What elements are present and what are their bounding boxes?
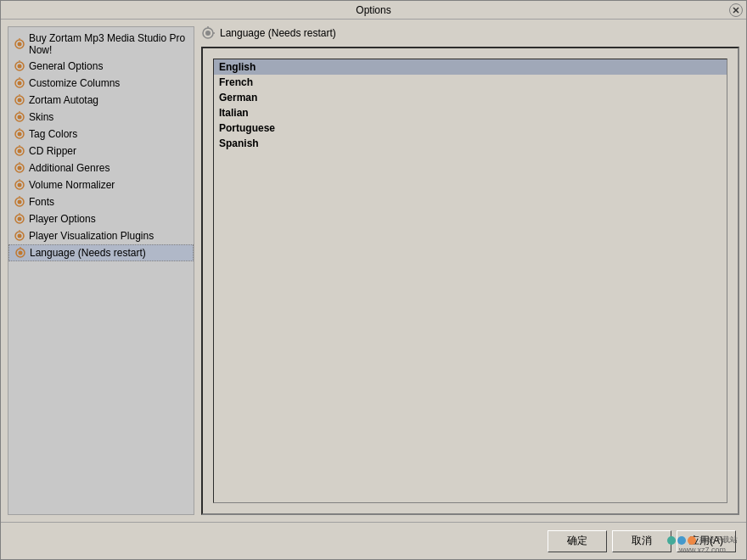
- sidebar-icon-autotag: [14, 94, 25, 106]
- sidebar: Buy Zortam Mp3 Media Studio Pro Now! Gen…: [8, 26, 194, 515]
- language-item-french[interactable]: French: [214, 75, 727, 90]
- svg-point-3: [18, 42, 22, 47]
- sidebar-label-columns: Customize Columns: [29, 77, 120, 89]
- svg-point-39: [19, 251, 23, 255]
- sidebar-item-buy[interactable]: Buy Zortam Mp3 Media Studio Pro Now!: [8, 31, 194, 58]
- sidebar-icon-tagcolors: [14, 128, 25, 140]
- watermark-circle-green: [667, 536, 676, 545]
- sidebar-label-plugins: Player Visualization Plugins: [29, 230, 154, 242]
- language-item-portuguese[interactable]: Portuguese: [214, 120, 727, 136]
- svg-point-18: [18, 132, 22, 137]
- svg-point-30: [18, 200, 22, 204]
- svg-point-33: [18, 217, 22, 221]
- sidebar-icon-volume: [14, 179, 25, 191]
- watermark-text-line1: 极光下载站: [699, 535, 738, 546]
- title-bar: Options: [1, 1, 746, 20]
- sidebar-item-fonts[interactable]: Fonts: [8, 193, 194, 210]
- sidebar-icon-plugins: [14, 230, 25, 242]
- sidebar-item-columns[interactable]: Customize Columns: [8, 75, 194, 92]
- watermark-logo: 极光下载站: [667, 535, 738, 546]
- language-box: EnglishFrenchGermanItalianPortugueseSpan…: [201, 47, 739, 515]
- svg-point-27: [18, 183, 22, 188]
- footer: 确定 取消 应用(A) 极光下载站 www.xz7.com: [1, 522, 746, 559]
- svg-point-15: [18, 115, 22, 120]
- sidebar-label-language: Language (Needs restart): [30, 247, 146, 259]
- section-header-icon: [201, 26, 215, 40]
- sidebar-icon-genres: [14, 162, 25, 174]
- sidebar-label-tagcolors: Tag Colors: [29, 128, 77, 140]
- sidebar-item-tagcolors[interactable]: Tag Colors: [8, 126, 194, 143]
- watermark: 极光下载站 www.xz7.com: [667, 535, 738, 554]
- sidebar-icon-fonts: [14, 196, 25, 208]
- sidebar-label-buy: Buy Zortam Mp3 Media Studio Pro Now!: [29, 32, 188, 56]
- svg-point-36: [18, 234, 22, 238]
- sidebar-item-player[interactable]: Player Options: [8, 210, 194, 227]
- watermark-circle-blue: [677, 536, 686, 545]
- svg-point-21: [18, 149, 22, 154]
- options-window: Options Buy Zortam Mp3 Media Studio Pro …: [0, 0, 747, 560]
- sidebar-icon-player: [14, 213, 25, 225]
- svg-point-24: [18, 166, 22, 171]
- language-item-german[interactable]: German: [214, 90, 727, 105]
- sidebar-label-autotag: Zortam Autotag: [29, 94, 98, 106]
- language-list[interactable]: EnglishFrenchGermanItalianPortugueseSpan…: [213, 59, 727, 503]
- sidebar-label-skins: Skins: [29, 111, 53, 123]
- language-item-english[interactable]: English: [214, 59, 727, 75]
- sidebar-label-player: Player Options: [29, 213, 96, 225]
- sidebar-icon-buy: [14, 38, 25, 50]
- sidebar-item-volume[interactable]: Volume Normalizer: [8, 176, 194, 193]
- sidebar-icon-general: [14, 60, 25, 72]
- watermark-circle-orange: [688, 536, 696, 545]
- sidebar-item-plugins[interactable]: Player Visualization Plugins: [8, 227, 194, 244]
- sidebar-label-general: General Options: [29, 60, 103, 72]
- sidebar-label-fonts: Fonts: [29, 196, 54, 208]
- sidebar-icon-language: [14, 247, 26, 259]
- sidebar-item-language[interactable]: Language (Needs restart): [8, 244, 194, 261]
- sidebar-item-genres[interactable]: Additional Genres: [8, 160, 194, 176]
- sidebar-label-cdripper: CD Ripper: [29, 145, 76, 157]
- ok-button[interactable]: 确定: [548, 530, 607, 552]
- sidebar-label-volume: Volume Normalizer: [29, 179, 115, 191]
- section-header-text: Language (Needs restart): [220, 27, 336, 39]
- sidebar-item-skins[interactable]: Skins: [8, 109, 194, 126]
- language-item-spanish[interactable]: Spanish: [214, 136, 727, 151]
- svg-point-42: [205, 31, 211, 36]
- main-panel: Language (Needs restart) EnglishFrenchGe…: [201, 26, 739, 515]
- watermark-text-line2: www.xz7.com: [679, 546, 726, 554]
- window-title: Options: [356, 4, 390, 16]
- section-header: Language (Needs restart): [201, 26, 739, 40]
- svg-point-9: [18, 81, 22, 86]
- sidebar-item-autotag[interactable]: Zortam Autotag: [8, 92, 194, 109]
- content-area: Buy Zortam Mp3 Media Studio Pro Now! Gen…: [1, 20, 746, 522]
- svg-point-12: [18, 98, 22, 103]
- cancel-button[interactable]: 取消: [612, 530, 671, 552]
- svg-point-6: [18, 64, 22, 69]
- close-button[interactable]: [729, 3, 743, 17]
- sidebar-icon-columns: [14, 77, 25, 89]
- sidebar-icon-skins: [14, 111, 25, 123]
- language-item-italian[interactable]: Italian: [214, 105, 727, 120]
- sidebar-item-cdripper[interactable]: CD Ripper: [8, 143, 194, 160]
- sidebar-item-general[interactable]: General Options: [8, 58, 194, 75]
- sidebar-label-genres: Additional Genres: [29, 162, 110, 174]
- sidebar-icon-cdripper: [14, 145, 25, 157]
